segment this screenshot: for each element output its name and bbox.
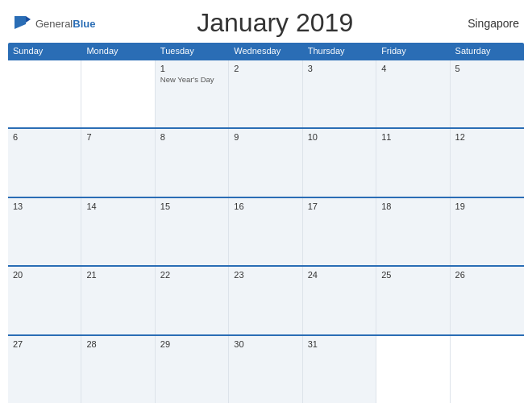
day-number: 27 [13, 339, 76, 349]
day-cell: 21 [81, 267, 155, 334]
day-cell: 4 [376, 60, 450, 127]
day-cell: 14 [81, 198, 155, 265]
day-number: 20 [13, 270, 76, 280]
week-row-4: 20212223242526 [8, 265, 524, 334]
day-cell: 3 [303, 60, 376, 127]
day-cell: 30 [229, 336, 302, 403]
week-row-1: 1New Year's Day2345 [8, 59, 524, 127]
logo-general-text: GeneralBlue [35, 16, 95, 31]
day-cell: 10 [303, 129, 376, 196]
day-number: 26 [455, 270, 519, 280]
day-header-tuesday: Tuesday [156, 43, 229, 59]
day-cell: 29 [156, 336, 229, 403]
day-header-saturday: Saturday [451, 43, 524, 59]
day-number: 19 [455, 201, 519, 211]
day-header-monday: Monday [81, 43, 155, 59]
calendar-title: January 2019 [95, 8, 455, 38]
day-event: New Year's Day [160, 75, 223, 85]
day-number: 21 [86, 270, 149, 280]
week-row-5: 2728293031 [8, 334, 524, 403]
day-header-friday: Friday [376, 43, 450, 59]
day-number: 13 [13, 201, 76, 211]
day-number: 24 [308, 270, 371, 280]
day-cell [81, 60, 155, 127]
day-number: 7 [86, 132, 149, 142]
day-cell: 2 [229, 60, 302, 127]
day-number: 12 [455, 132, 519, 142]
day-cell: 27 [8, 336, 81, 403]
day-number: 18 [381, 201, 444, 211]
day-number: 16 [234, 201, 297, 211]
day-number: 17 [308, 201, 371, 211]
location-label: Singapore [455, 17, 519, 30]
day-cell: 19 [451, 198, 524, 265]
day-number: 23 [234, 270, 297, 280]
day-number: 15 [160, 201, 223, 211]
day-number: 4 [381, 64, 444, 73]
day-cell: 6 [8, 129, 81, 196]
day-cell: 16 [229, 198, 302, 265]
day-cell: 28 [81, 336, 155, 403]
day-header-thursday: Thursday [303, 43, 376, 59]
logo: GeneralBlue [13, 15, 95, 32]
logo-icon [13, 15, 31, 32]
day-cell: 22 [156, 267, 229, 334]
svg-marker-0 [15, 16, 26, 29]
day-cell: 8 [156, 129, 229, 196]
svg-marker-1 [26, 16, 31, 23]
day-number: 22 [160, 270, 223, 280]
day-number: 29 [160, 339, 223, 349]
day-cell: 5 [451, 60, 524, 127]
page: GeneralBlue January 2019 Singapore Sunda… [0, 0, 532, 411]
day-cell: 23 [229, 267, 302, 334]
day-cell [376, 336, 450, 403]
day-number: 31 [308, 339, 371, 349]
day-cell: 17 [303, 198, 376, 265]
day-cell: 31 [303, 336, 376, 403]
day-cell: 15 [156, 198, 229, 265]
day-number: 1 [160, 64, 223, 73]
weeks: 1New Year's Day2345678910111213141516171… [8, 59, 524, 403]
day-cell: 11 [376, 129, 450, 196]
day-cell: 13 [8, 198, 81, 265]
day-number: 8 [160, 132, 223, 142]
day-cell: 9 [229, 129, 302, 196]
day-cell [451, 336, 524, 403]
day-number: 9 [234, 132, 297, 142]
week-row-3: 13141516171819 [8, 197, 524, 265]
day-header-wednesday: Wednesday [229, 43, 302, 59]
day-cell [8, 60, 81, 127]
day-cell: 1New Year's Day [156, 60, 229, 127]
day-cell: 7 [81, 129, 155, 196]
day-header-sunday: Sunday [8, 43, 81, 59]
header: GeneralBlue January 2019 Singapore [0, 0, 532, 43]
day-headers: SundayMondayTuesdayWednesdayThursdayFrid… [8, 43, 524, 59]
day-number: 30 [234, 339, 297, 349]
week-row-2: 6789101112 [8, 127, 524, 196]
day-cell: 24 [303, 267, 376, 334]
day-number: 25 [381, 270, 444, 280]
day-number: 14 [86, 201, 149, 211]
day-number: 28 [86, 339, 149, 349]
day-number: 2 [234, 64, 297, 73]
day-cell: 18 [376, 198, 450, 265]
day-number: 11 [381, 132, 444, 142]
day-number: 6 [13, 132, 76, 142]
day-cell: 25 [376, 267, 450, 334]
day-cell: 26 [451, 267, 524, 334]
day-number: 3 [308, 64, 371, 73]
day-cell: 12 [451, 129, 524, 196]
calendar: SundayMondayTuesdayWednesdayThursdayFrid… [0, 43, 532, 411]
day-cell: 20 [8, 267, 81, 334]
day-number: 10 [308, 132, 371, 142]
day-number: 5 [455, 64, 519, 73]
